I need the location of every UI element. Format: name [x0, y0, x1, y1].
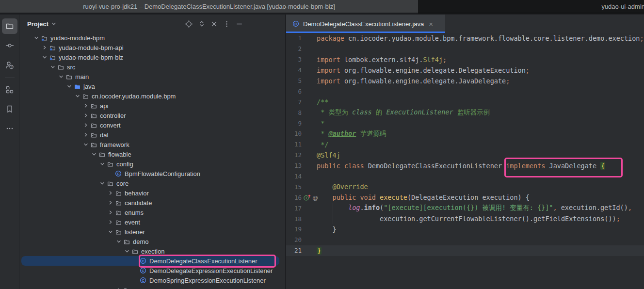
project-panel-title[interactable]: Project: [27, 20, 48, 28]
tree-row[interactable]: cn.iocoder.yudao.module.bpm: [19, 91, 285, 101]
line-number[interactable]: 2: [286, 45, 302, 52]
line-number[interactable]: 9: [286, 120, 302, 127]
code-line[interactable]: 11 */: [286, 139, 644, 150]
header-button-options[interactable]: [223, 20, 231, 28]
chevron-down-icon[interactable]: [90, 150, 98, 158]
chevron-right-icon[interactable]: [82, 112, 90, 119]
tool-window-button-more-tool-windows[interactable]: [2, 121, 17, 136]
line-number[interactable]: 13: [286, 162, 302, 169]
code-line[interactable]: 5import org.flowable.engine.delegate.Jav…: [286, 76, 644, 86]
tree-row[interactable]: flowable: [19, 149, 285, 159]
tree-row[interactable]: exection: [19, 246, 285, 256]
tree-row[interactable]: convert: [19, 120, 285, 130]
tool-window-button-project[interactable]: [2, 18, 17, 34]
code-line[interactable]: 16I@ public void execute(DelegateExecuti…: [286, 192, 644, 203]
tree-row[interactable]: src: [19, 62, 285, 72]
line-number[interactable]: 7: [286, 98, 302, 106]
chevron-right-icon[interactable]: [107, 218, 114, 226]
header-button-locate-opened-file[interactable]: [185, 20, 193, 28]
chevron-right-icon[interactable]: [82, 131, 90, 139]
tree-row[interactable]: dal: [19, 130, 285, 140]
code-line[interactable]: 7/**: [286, 96, 644, 107]
code-line[interactable]: 13public class DemoDelegateClassExecutio…: [286, 161, 644, 171]
code-line[interactable]: 6: [286, 86, 644, 96]
header-button-collapse-all[interactable]: [210, 20, 218, 28]
tree-row[interactable]: candidate: [19, 198, 285, 208]
background-window-title-bar[interactable]: yudao-ui-admin: [418, 0, 644, 14]
code-line[interactable]: 10 * @author 芋道源码: [286, 128, 644, 139]
tree-row[interactable]: CDemoDelegateExpressionExecutionListener: [19, 266, 285, 275]
code-line[interactable]: 4import org.flowable.engine.delegate.Del…: [286, 65, 644, 76]
tree-row[interactable]: event: [19, 217, 285, 227]
tree-row[interactable]: enums: [19, 208, 285, 217]
tree-row[interactable]: CBpmFlowableConfiguration: [19, 169, 285, 178]
chevron-right-icon[interactable]: [107, 199, 114, 207]
tree-row[interactable]: framework: [19, 140, 285, 149]
implements-method-marker-icon[interactable]: I: [303, 194, 311, 201]
code-line[interactable]: 12@Slf4j: [286, 150, 644, 161]
tree-row[interactable]: java: [19, 81, 285, 91]
chevron-down-icon[interactable]: [98, 179, 106, 187]
chevron-right-icon[interactable]: [115, 286, 123, 289]
tree-row[interactable]: core: [19, 178, 285, 188]
line-number[interactable]: 18: [286, 215, 302, 223]
tool-window-button-structure[interactable]: [2, 82, 17, 97]
chevron-down-icon[interactable]: [32, 34, 40, 42]
code-line[interactable]: 17 log.info("[execute][execution({}) 被调用…: [286, 203, 644, 213]
line-number[interactable]: 21: [286, 247, 302, 254]
line-number[interactable]: 15: [286, 183, 302, 191]
line-number[interactable]: 14: [286, 173, 302, 180]
tree-row[interactable]: CDemoSpringExpressionExecutionListener: [19, 275, 285, 285]
chevron-down-icon[interactable]: [65, 82, 73, 90]
header-button-hide[interactable]: [235, 20, 243, 28]
line-number[interactable]: 16: [286, 194, 302, 201]
line-number[interactable]: 8: [286, 109, 302, 116]
active-window-title-bar[interactable]: ruoyi-vue-pro-jdk21 – DemoDelegateClassE…: [0, 0, 418, 14]
tree-row[interactable]: demo: [19, 237, 285, 246]
chevron-right-icon[interactable]: [107, 209, 114, 216]
chevron-down-icon[interactable]: [41, 53, 48, 61]
chevron-down-icon[interactable]: [115, 238, 123, 245]
chevron-down-icon[interactable]: [51, 21, 57, 27]
chevron-right-icon[interactable]: [82, 121, 90, 129]
chevron-right-icon[interactable]: [41, 44, 48, 51]
line-number[interactable]: 17: [286, 205, 302, 212]
tree-row[interactable]: listener: [19, 227, 285, 237]
tree-row[interactable]: yudao-module-bpm-biz: [19, 52, 285, 62]
code-line[interactable]: 14: [286, 171, 644, 182]
chevron-down-icon[interactable]: [74, 92, 81, 100]
line-number[interactable]: 19: [286, 225, 302, 233]
tool-window-button-bookmarks[interactable]: [2, 101, 17, 117]
code-line[interactable]: 9 *: [286, 118, 644, 128]
chevron-right-icon[interactable]: [82, 102, 90, 110]
tool-window-button-commit[interactable]: [2, 38, 17, 53]
tool-window-button-pull-requests[interactable]: ?: [2, 57, 17, 73]
chevron-down-icon[interactable]: [98, 160, 106, 168]
tree-row[interactable]: [19, 285, 285, 289]
line-number[interactable]: 4: [286, 66, 302, 74]
line-number[interactable]: 1: [286, 34, 302, 42]
code-line[interactable]: 19 }: [286, 224, 644, 235]
close-icon[interactable]: ×: [429, 20, 433, 28]
line-number[interactable]: 3: [286, 56, 302, 63]
line-number[interactable]: 20: [286, 236, 302, 243]
code-line-current[interactable]: 21}: [286, 245, 644, 256]
tree-row-selected[interactable]: CDemoDelegateClassExecutionListener: [21, 256, 279, 266]
code-line[interactable]: 2: [286, 44, 644, 54]
line-number[interactable]: 6: [286, 88, 302, 95]
tree-row[interactable]: yudao-module-bpm: [19, 33, 285, 43]
tree-row[interactable]: api: [19, 101, 285, 111]
tree-row[interactable]: config: [19, 159, 285, 169]
header-button-expand-collapse[interactable]: [197, 20, 206, 28]
line-number[interactable]: 11: [286, 141, 302, 148]
code-line[interactable]: 20: [286, 235, 644, 245]
chevron-right-icon[interactable]: [107, 189, 114, 197]
code-line[interactable]: 8 * 类型为 class 的 ExecutionListener 监听器示例: [286, 107, 644, 118]
chevron-down-icon[interactable]: [57, 73, 65, 80]
line-number[interactable]: 12: [286, 151, 302, 159]
code-line[interactable]: 3import lombok.extern.slf4j.Slf4j;: [286, 54, 644, 65]
chevron-down-icon[interactable]: [107, 228, 114, 236]
line-number[interactable]: 10: [286, 130, 302, 137]
code-line[interactable]: 1package cn.iocoder.yudao.module.bpm.fra…: [286, 33, 644, 44]
tree-row[interactable]: controller: [19, 111, 285, 120]
